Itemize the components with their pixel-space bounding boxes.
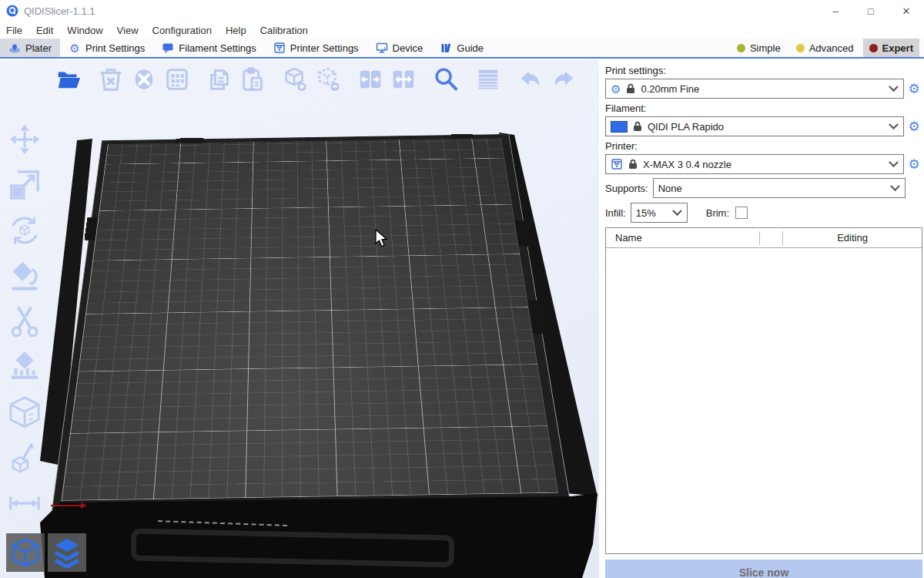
printer-icon <box>611 158 623 170</box>
menu-bar: File Edit Window View Configuration Help… <box>0 22 924 39</box>
print-settings-gear-button[interactable]: ⚙ <box>906 82 922 96</box>
mode-expert[interactable]: Expert <box>863 39 919 57</box>
print-settings-combo[interactable]: ⚙ 0.20mm Fine <box>605 79 904 99</box>
close-button[interactable]: ✕ <box>889 0 924 22</box>
add-instance-button[interactable] <box>280 65 309 93</box>
bed-clip <box>451 134 474 139</box>
device-monitor-icon <box>376 42 388 54</box>
lock-icon <box>628 159 638 170</box>
gear-icon: ⚙ <box>69 42 81 54</box>
brim-label: Brim: <box>706 207 729 219</box>
advanced-dot-icon <box>796 44 805 52</box>
tab-guide[interactable]: Guide <box>431 39 492 57</box>
menu-window[interactable]: Window <box>60 25 109 36</box>
maximize-button[interactable]: □ <box>853 0 889 22</box>
delete-button[interactable] <box>96 65 125 93</box>
bed-clip <box>176 138 204 143</box>
tab-print-settings[interactable]: ⚙ Print Settings <box>60 39 153 57</box>
mode-advanced[interactable]: Advanced <box>790 39 860 57</box>
tab-filament-settings[interactable]: Filament Settings <box>153 39 264 57</box>
undo-button[interactable] <box>516 65 544 93</box>
emboss-tool[interactable] <box>6 440 43 476</box>
remove-instance-button[interactable] <box>313 65 342 93</box>
chevron-down-icon <box>889 157 899 167</box>
slice-now-button[interactable]: Slice now <box>605 560 922 578</box>
open-file-button[interactable] <box>54 65 82 93</box>
mode-label: Expert <box>882 42 913 54</box>
redo-button[interactable] <box>549 65 578 93</box>
menu-configuration[interactable]: Configuration <box>146 25 219 36</box>
infill-label: Infill: <box>605 207 626 219</box>
mode-simple[interactable]: Simple <box>731 39 787 57</box>
view-toggles <box>6 533 86 572</box>
lock-icon <box>633 121 642 132</box>
tab-label: Printer Settings <box>290 42 359 54</box>
filament-gear-button[interactable]: ⚙ <box>906 120 922 133</box>
viewport-3d[interactable] <box>0 60 599 578</box>
move-tool[interactable] <box>6 122 43 157</box>
supports-combo[interactable]: None <box>653 178 906 198</box>
simple-dot-icon <box>737 44 745 52</box>
tab-plater[interactable]: Plater <box>0 39 60 57</box>
plater-icon <box>8 42 21 54</box>
cut-tool[interactable] <box>6 304 43 339</box>
tab-bar: Plater ⚙ Print Settings Filament Setting… <box>0 39 924 59</box>
tab-label: Print Settings <box>85 42 145 54</box>
x-axis-arrow <box>51 505 82 506</box>
title-bar: QIDISlicer-1.1.1 – □ ✕ <box>0 0 924 22</box>
menu-view[interactable]: View <box>110 25 146 36</box>
search-button[interactable] <box>431 65 460 93</box>
infill-value: 15% <box>636 207 668 219</box>
split-to-objects-button[interactable] <box>356 65 384 93</box>
printer-combo[interactable]: X-MAX 3 0.4 nozzle <box>605 154 904 174</box>
mode-selector: Simple Advanced Expert <box>731 39 924 57</box>
window-title: QIDISlicer-1.1.1 <box>24 5 95 17</box>
supports-value: None <box>658 183 886 194</box>
menu-edit[interactable]: Edit <box>29 25 60 36</box>
chevron-down-icon <box>889 82 899 92</box>
filament-bubble-icon <box>162 42 174 54</box>
menu-file[interactable]: File <box>6 25 29 36</box>
preview-layers-button[interactable] <box>48 533 86 572</box>
printer-value: X-MAX 3 0.4 nozzle <box>643 159 885 170</box>
copy-button[interactable] <box>205 65 233 93</box>
object-list-header: Name Editing <box>606 228 922 248</box>
place-on-face-tool[interactable] <box>6 258 43 294</box>
paint-supports-tool[interactable] <box>6 349 43 385</box>
print-settings-label: Print settings: <box>605 65 922 76</box>
mode-label: Simple <box>750 42 781 54</box>
seam-painting-tool[interactable] <box>6 395 43 430</box>
delete-all-button[interactable] <box>129 65 158 93</box>
build-plate[interactable] <box>52 134 570 509</box>
scale-tool[interactable] <box>6 167 43 203</box>
tab-label: Guide <box>457 42 484 54</box>
measure-tool[interactable] <box>6 486 43 521</box>
filament-combo[interactable]: QIDI PLA Rapido <box>605 116 904 136</box>
expert-dot-icon <box>869 44 878 52</box>
minimize-button[interactable]: – <box>818 0 853 22</box>
app-window: QIDISlicer-1.1.1 – □ ✕ File Edit Window … <box>0 0 924 578</box>
bed-handle <box>131 529 455 568</box>
menu-calibration[interactable]: Calibration <box>253 25 315 36</box>
rotate-tool[interactable] <box>6 213 43 248</box>
paste-button[interactable] <box>238 65 266 93</box>
tab-printer-settings[interactable]: Printer Settings <box>265 39 367 57</box>
filament-label: Filament: <box>605 102 922 114</box>
arrange-button[interactable] <box>162 65 191 93</box>
printer-gear-button[interactable]: ⚙ <box>906 158 922 171</box>
column-name: Name <box>606 231 760 245</box>
object-list[interactable]: Name Editing <box>605 227 922 554</box>
app-logo-icon <box>6 5 18 17</box>
tab-device[interactable]: Device <box>367 39 432 57</box>
filament-color-swatch <box>611 121 628 133</box>
variable-layer-height-button[interactable] <box>474 65 502 93</box>
brim-checkbox[interactable] <box>735 207 748 219</box>
chevron-down-icon <box>890 181 900 191</box>
3d-editor-view-button[interactable] <box>6 533 45 572</box>
settings-panel: Print settings: ⚙ 0.20mm Fine ⚙ Filament… <box>599 60 924 578</box>
mouse-cursor <box>375 229 389 249</box>
infill-combo[interactable]: 15% <box>631 203 688 223</box>
menu-help[interactable]: Help <box>219 25 253 36</box>
print-settings-value: 0.20mm Fine <box>641 83 885 95</box>
split-to-parts-button[interactable] <box>389 65 417 93</box>
